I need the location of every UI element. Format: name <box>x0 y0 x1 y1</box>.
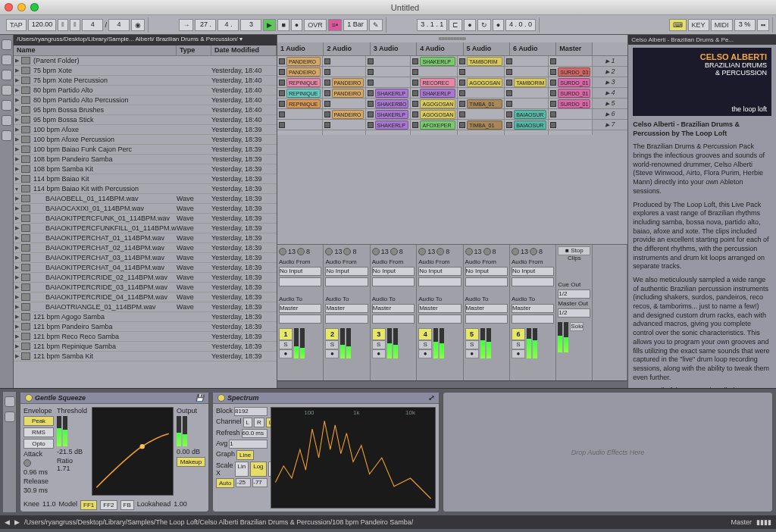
close-window-button[interactable] <box>5 3 13 11</box>
clip-stop-icon[interactable] <box>279 122 285 128</box>
minimize-window-button[interactable] <box>17 3 26 11</box>
clip-play-icon[interactable] <box>368 122 374 128</box>
draw-mode-button[interactable]: ✎ <box>369 19 383 31</box>
clip-stop-icon[interactable] <box>506 58 512 64</box>
arrangement-beat[interactable]: 4 . <box>217 19 239 31</box>
track-activator[interactable]: 4 <box>418 328 432 340</box>
pan-knob[interactable] <box>390 248 398 255</box>
clip-play-icon[interactable] <box>412 80 418 86</box>
output-channel-select[interactable] <box>372 315 415 324</box>
monitor-select[interactable] <box>372 277 415 286</box>
clip-slot[interactable]: PANDEIRO <box>277 56 322 67</box>
arrangement-bar[interactable]: 27 . <box>195 19 216 31</box>
col-type-header[interactable]: Type <box>177 45 211 55</box>
clip-play-icon[interactable] <box>279 80 285 86</box>
clip[interactable]: PANDEIRO <box>286 67 321 77</box>
browser-row[interactable]: 108 bpm Samba Kit Yesterday, 18:39 <box>14 164 277 174</box>
audio-to-select[interactable]: Master <box>512 304 554 313</box>
attack-value[interactable]: 0.96 ms <box>23 468 54 476</box>
hot-swap-icon[interactable] <box>2 85 12 95</box>
time-sig-denom[interactable]: 4 <box>108 19 130 31</box>
browser-row[interactable]: 108 bpm Pandeiro Samba Yesterday, 18:39 <box>14 155 277 164</box>
range-lo[interactable]: -25 <box>236 478 251 487</box>
makeup-button[interactable]: Makeup <box>177 457 205 467</box>
refresh-field[interactable]: 60.0 ms <box>242 429 268 438</box>
track-activator[interactable]: 1 <box>279 328 293 340</box>
clip-play-icon[interactable] <box>459 58 465 64</box>
browser-row[interactable]: BAIAOKITPERCHAT_03_114BPM.wav Wave Yeste… <box>14 253 277 263</box>
solo-button[interactable]: S <box>465 340 479 349</box>
track-header[interactable]: 6 Audio <box>510 42 556 55</box>
track-header[interactable]: 4 Audio <box>417 42 463 55</box>
clip[interactable]: PANDEIRO <box>332 89 364 98</box>
monitor-select[interactable] <box>325 277 368 286</box>
clip[interactable]: SHAKERLP <box>375 120 409 130</box>
track-header[interactable]: 2 Audio <box>324 42 370 55</box>
browser-row[interactable]: 100 bpm Baiao Funk Cajon Perc Yesterday,… <box>14 145 277 155</box>
clip-stop-icon[interactable] <box>550 122 556 128</box>
stop-all-clips-button[interactable]: ■ Stop Clips <box>558 246 590 255</box>
track-activator[interactable]: 5 <box>465 328 479 340</box>
browser-row[interactable]: 121 bpm Pandeiro Samba Yesterday, 18:39 <box>14 322 277 332</box>
clip-slot[interactable]: AFOXEPER <box>411 120 457 130</box>
audio-to-select[interactable]: Master <box>372 304 415 313</box>
disclosure-triangle-icon[interactable] <box>14 343 20 349</box>
clip-slot[interactable] <box>366 56 411 67</box>
clip[interactable]: SURDO_03 <box>558 67 590 77</box>
disclosure-triangle-icon[interactable] <box>14 97 20 103</box>
audio-to-select[interactable]: Master <box>465 304 508 313</box>
clip-play-icon[interactable] <box>324 80 330 86</box>
browser-row[interactable]: 95 bpm Bossa Brushes Yesterday, 18:40 <box>14 105 277 115</box>
arm-button[interactable]: ● <box>465 349 479 358</box>
block-select[interactable]: 8192 <box>234 407 268 416</box>
browser-row[interactable]: 121 bpm Repinique Samba Yesterday, 18:39 <box>14 342 277 352</box>
clip-slot[interactable]: TAMBORIM <box>458 56 504 67</box>
browser-row[interactable]: BAIAOBELL_01_114BPM.wav Wave Yesterday, … <box>14 194 277 204</box>
disclosure-triangle-icon[interactable] <box>14 166 20 172</box>
clip[interactable]: BAIAOSUR <box>514 120 546 130</box>
pan-knob[interactable] <box>297 248 305 255</box>
audio-from-select[interactable]: No Input <box>279 267 321 276</box>
monitor-select[interactable] <box>512 277 554 286</box>
clip[interactable]: SHAKERBO <box>375 99 409 108</box>
clip[interactable]: SURDO_01 <box>558 89 590 98</box>
threshold-meter[interactable] <box>57 416 89 446</box>
clip[interactable]: TAMBORIM <box>467 57 502 66</box>
range-hi[interactable]: -77 <box>252 478 268 487</box>
midi-map-button[interactable]: MIDI <box>711 19 733 31</box>
solo-button[interactable]: S <box>512 340 525 349</box>
clip-slot[interactable]: PANDEIRO <box>323 88 365 99</box>
clip[interactable]: SHAKERLP <box>375 89 409 98</box>
disclosure-triangle-icon[interactable] <box>14 87 20 93</box>
browser-breadcrumb[interactable]: /Users/ryangruss/Desktop/Library/Sample.… <box>14 35 277 45</box>
send-knob[interactable] <box>372 248 380 255</box>
clip-slot[interactable] <box>323 67 365 77</box>
level-meter[interactable] <box>340 328 351 358</box>
clip-play-icon[interactable] <box>412 58 418 64</box>
clip-slot[interactable]: PANDEIRO <box>323 109 365 120</box>
clip-play-icon[interactable] <box>368 90 374 96</box>
col-date-header[interactable]: Date Modified <box>211 45 277 55</box>
clip-slot[interactable]: SHAKERLP <box>411 88 457 99</box>
disclosure-triangle-icon[interactable] <box>14 245 20 251</box>
audio-from-select[interactable]: No Input <box>512 267 554 276</box>
audio-to-select[interactable]: Master <box>325 304 368 313</box>
loop-toggle-button[interactable]: ↻ <box>477 19 491 31</box>
peak-button[interactable]: Peak <box>23 416 54 426</box>
clip[interactable]: TIMBA_01 <box>467 99 502 108</box>
quantize-menu[interactable]: 1 Bar <box>343 19 368 31</box>
disclosure-triangle-icon[interactable] <box>14 196 20 202</box>
clip-stop-icon[interactable] <box>459 69 465 75</box>
browser-row[interactable]: 100 bpm Afoxe Percussion Yesterday, 18:3… <box>14 135 277 145</box>
disclosure-triangle-icon[interactable] <box>14 156 20 162</box>
clip-stop-icon[interactable] <box>368 58 374 64</box>
browser-row[interactable]: 114 bpm Baiao Kit with Percussion Yester… <box>14 184 277 194</box>
clip-slot[interactable]: REPINIQUE <box>277 99 322 109</box>
clip-slot[interactable]: SHAKERLP <box>366 88 411 99</box>
clip-stop-icon[interactable] <box>459 90 465 96</box>
solo-button[interactable]: S <box>418 340 432 349</box>
track-header[interactable]: 3 Audio <box>371 42 417 55</box>
browser-row[interactable]: BAIAOCAXIXI_01_114BPM.wav Wave Yesterday… <box>14 204 277 214</box>
clip-slot[interactable]: REPINIQUE <box>277 88 322 99</box>
cue-out-select[interactable]: 1/2 <box>558 289 590 299</box>
